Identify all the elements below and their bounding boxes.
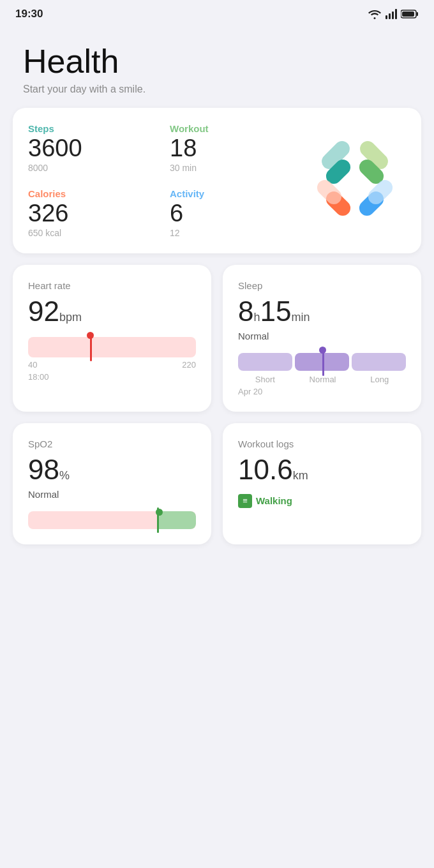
sleep-bar-labels: Short Normal Long [238,375,406,384]
spo2-status: Normal [28,489,196,500]
svg-rect-6 [402,11,414,17]
heart-rate-min: 40 [28,360,37,370]
heart-rate-max: 220 [182,360,196,370]
summary-card: Steps 3600 8000 Workout 18 30 min Calori… [13,108,421,253]
spo2-bar-green [159,511,196,529]
steps-label: Steps [28,123,162,134]
workout-logs-card[interactable]: Workout logs 10.6km ≡ Walking [223,423,421,544]
sleep-date: Apr 20 [238,387,406,396]
spo2-card[interactable]: SpO2 98% Normal [13,423,211,544]
wifi-icon [368,9,382,19]
status-bar: 19:30 [0,0,434,24]
workout-label: Workout [170,123,304,134]
sleep-segment-long [352,353,406,371]
sleep-value-row: 8h15min [238,297,406,326]
activity-label: Activity [170,188,304,199]
sleep-label: Sleep [238,280,406,291]
workout-value: 18 [170,135,304,162]
heart-rate-card[interactable]: Heart rate 92bpm 40 220 18:00 [13,265,211,412]
signal-icon [385,9,397,19]
svg-rect-5 [417,12,419,16]
spo2-bar-track [28,511,196,529]
workout-logs-value: 10.6 [238,454,293,485]
workout-logs-activity-row: ≡ Walking [238,494,406,508]
header: Health Start your day with a smile. [0,24,434,108]
page-subtitle: Start your day with a smile. [23,84,411,95]
sleep-status: Normal [238,331,406,341]
svg-rect-3 [395,9,397,19]
battery-icon [401,10,419,19]
spo2-value: 98 [28,454,59,485]
spo2-marker [157,507,159,533]
calories-target: 650 kcal [28,228,162,238]
heart-rate-label: Heart rate [28,280,196,291]
sleep-bar-track [238,353,406,371]
cross-logo [310,136,400,225]
workout-logs-unit: km [293,469,308,482]
summary-metrics: Steps 3600 8000 Workout 18 30 min Calori… [28,123,304,238]
heart-rate-unit: bpm [59,311,82,324]
svg-rect-0 [385,15,387,19]
sleep-card[interactable]: Sleep 8h15min Normal Short Normal Long [223,265,421,412]
heart-rate-value-row: 92bpm [28,297,196,326]
heart-rate-value: 92 [28,296,59,327]
workout-logs-activity: Walking [256,495,292,506]
heart-rate-time: 18:00 [28,372,196,382]
steps-value: 3600 [28,135,162,162]
steps-metric[interactable]: Steps 3600 8000 [28,123,162,173]
walking-icon: ≡ [238,494,252,508]
workout-target: 30 min [170,163,304,173]
sleep-label-short: Short [255,375,275,384]
svg-rect-1 [389,13,391,19]
sleep-label-long: Long [370,375,389,384]
sleep-marker [322,348,324,376]
heart-rate-range: 40 220 [28,360,196,370]
steps-target: 8000 [28,163,162,173]
third-row: SpO2 98% Normal Workout logs 10.6km ≡ Wa… [13,423,421,544]
page-title: Health [23,43,411,80]
activity-value: 6 [170,200,304,227]
spo2-unit: % [59,469,70,482]
heart-rate-bar: 40 220 18:00 [28,337,196,382]
activity-metric[interactable]: Activity 6 12 [170,188,304,238]
sleep-hours: 8 [238,296,253,327]
sleep-h-unit: h [253,311,260,324]
sleep-segment-short [238,353,292,371]
svg-rect-2 [392,11,394,19]
activity-target: 12 [170,228,304,238]
heart-rate-marker [90,333,92,361]
calories-value: 326 [28,200,162,227]
spo2-value-row: 98% [28,456,196,484]
workout-logs-label: Workout logs [238,438,406,449]
spo2-bar-wrapper [28,511,196,529]
main-content: Steps 3600 8000 Workout 18 30 min Calori… [0,108,434,564]
health-logo [304,123,406,238]
second-row: Heart rate 92bpm 40 220 18:00 Sleep 8h15… [13,265,421,412]
sleep-label-normal: Normal [310,375,336,384]
sleep-min-unit: min [291,311,310,324]
calories-metric[interactable]: Calories 326 650 kcal [28,188,162,238]
heart-rate-track [28,337,196,357]
sleep-bar: Short Normal Long Apr 20 [238,353,406,396]
status-time: 19:30 [15,8,43,20]
workout-logs-value-row: 10.6km [238,456,406,484]
status-icons [368,9,419,19]
calories-label: Calories [28,188,162,199]
spo2-label: SpO2 [28,438,196,449]
sleep-minutes: 15 [260,296,292,327]
workout-metric[interactable]: Workout 18 30 min [170,123,304,173]
